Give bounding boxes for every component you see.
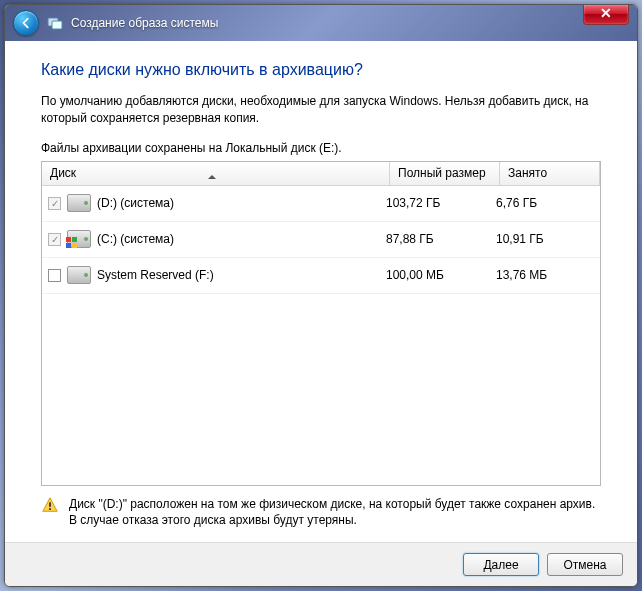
svg-rect-2: [66, 237, 71, 242]
window-title: Создание образа системы: [71, 16, 218, 30]
disk-checkbox[interactable]: [48, 269, 61, 282]
warning-icon: [41, 496, 59, 514]
page-description: По умолчанию добавляются диски, необходи…: [41, 93, 601, 127]
drive-icon: [67, 230, 91, 248]
svg-rect-6: [49, 502, 51, 507]
svg-rect-3: [72, 237, 77, 242]
cell-size: 103,72 ГБ: [384, 196, 494, 210]
table-body: ✓(D:) (система)103,72 ГБ6,76 ГБ✓(C:) (си…: [42, 186, 600, 485]
header-bar: Создание образа системы: [5, 5, 637, 41]
wizard-window: ✕ Создание образа системы Какие диски ну…: [4, 4, 638, 587]
next-button[interactable]: Далее: [463, 553, 539, 576]
table-row[interactable]: ✓(D:) (система)103,72 ГБ6,76 ГБ: [42, 186, 600, 222]
svg-rect-1: [52, 21, 62, 29]
close-icon: ✕: [600, 5, 612, 21]
disk-name: (D:) (система): [97, 196, 174, 210]
disk-checkbox: ✓: [48, 197, 61, 210]
table-row[interactable]: ✓(C:) (система)87,88 ГБ10,91 ГБ: [42, 222, 600, 258]
cell-disk: System Reserved (F:): [48, 266, 384, 284]
content-area: Какие диски нужно включить в архивацию? …: [5, 41, 637, 542]
cell-disk: ✓(C:) (система): [48, 230, 384, 248]
warning-text: Диск "(D:)" расположен на том же физичес…: [69, 496, 601, 528]
svg-rect-7: [49, 508, 51, 510]
table-header: Диск Полный размер Занято: [42, 162, 600, 186]
disk-name: (C:) (система): [97, 232, 174, 246]
disk-name: System Reserved (F:): [97, 268, 214, 282]
column-header-used[interactable]: Занято: [500, 162, 600, 185]
cell-used: 13,76 МБ: [494, 268, 594, 282]
table-row[interactable]: System Reserved (F:)100,00 МБ13,76 МБ: [42, 258, 600, 294]
cancel-button[interactable]: Отмена: [547, 553, 623, 576]
windows-flag-icon: [66, 237, 78, 249]
disk-checkbox: ✓: [48, 233, 61, 246]
cell-disk: ✓(D:) (система): [48, 194, 384, 212]
close-button[interactable]: ✕: [583, 5, 629, 25]
drive-icon: [67, 194, 91, 212]
back-arrow-icon: [19, 16, 33, 30]
back-button[interactable]: [13, 10, 39, 36]
column-header-size[interactable]: Полный размер: [390, 162, 500, 185]
page-heading: Какие диски нужно включить в архивацию?: [41, 61, 601, 79]
cell-size: 87,88 ГБ: [384, 232, 494, 246]
svg-rect-5: [72, 243, 77, 248]
system-image-icon: [47, 15, 63, 31]
backup-location-text: Файлы архивации сохранены на Локальный д…: [41, 141, 601, 155]
column-header-disk[interactable]: Диск: [42, 162, 390, 185]
cell-used: 10,91 ГБ: [494, 232, 594, 246]
drive-icon: [67, 266, 91, 284]
cell-used: 6,76 ГБ: [494, 196, 594, 210]
svg-rect-4: [66, 243, 71, 248]
cell-size: 100,00 МБ: [384, 268, 494, 282]
disk-table: Диск Полный размер Занято ✓(D:) (система…: [41, 161, 601, 486]
footer-bar: Далее Отмена: [5, 542, 637, 586]
warning-row: Диск "(D:)" расположен на том же физичес…: [41, 486, 601, 534]
